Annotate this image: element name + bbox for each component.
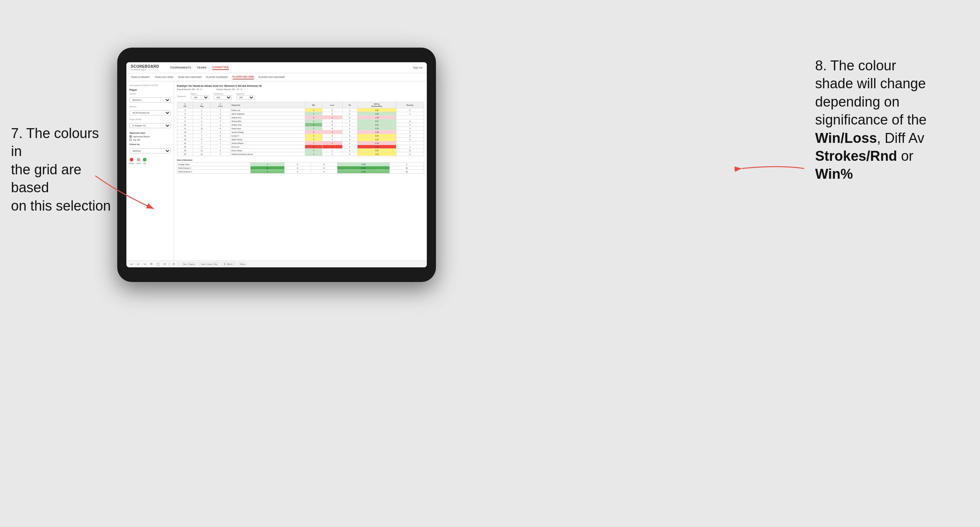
nav-sign-out[interactable]: Sign out	[413, 66, 422, 69]
table-row: 20	[177, 149, 193, 152]
table-row: 0	[342, 112, 357, 116]
table-row: -3.00	[357, 130, 396, 134]
conference-filter: Conference (All)	[213, 93, 232, 100]
logo-sub: Powered by clippd	[131, 68, 159, 71]
table-row: Sharon Mun	[230, 119, 305, 123]
radio-dot-opponents	[129, 135, 132, 138]
arrow-left	[92, 172, 165, 216]
colour-legend: Down Level Up	[129, 158, 171, 164]
sidebar: Last Updated: 27/03/2024 16:55:38 Player…	[126, 81, 174, 260]
list-item: 0	[311, 170, 337, 174]
view-original-label: View: Original	[183, 263, 195, 265]
table-row: 0	[342, 138, 357, 141]
radio-top100[interactable]: Top 100	[129, 138, 171, 141]
save-custom-label: Save Custom View	[201, 263, 218, 265]
undo2-icon[interactable]: ↩	[136, 262, 140, 266]
table-row: Heejo Hyun	[230, 127, 305, 130]
division-record: Division Record: 331 - 34 - 6	[216, 88, 242, 90]
table-row: 4	[396, 123, 424, 127]
region-filter: Region (All)	[191, 93, 209, 100]
conference-select[interactable]: (All)	[213, 95, 232, 100]
player-heading: Player	[129, 89, 171, 91]
opponent-filter: Opponent (All)	[236, 93, 255, 100]
redo-icon[interactable]: ↪	[143, 262, 147, 266]
refresh-icon[interactable]: ↺	[162, 262, 167, 266]
table-row: 3	[211, 123, 231, 127]
table-row: 1	[305, 108, 322, 112]
nav-tournaments[interactable]: TOURNAMENTS	[170, 65, 191, 70]
table-row: 1	[322, 138, 342, 141]
table-row: 3	[177, 108, 193, 112]
view-original-button[interactable]: View: Original	[181, 262, 197, 266]
legend-dot-up	[143, 158, 146, 162]
table-row: 3	[396, 127, 424, 130]
region-select[interactable]: (All)	[191, 95, 209, 100]
legend-up: Up	[143, 158, 146, 164]
list-item: 1	[251, 163, 285, 166]
legend-down: Down	[129, 158, 134, 164]
table-row: 1	[305, 112, 322, 116]
list-item: 15	[251, 166, 285, 170]
table-row: 0	[322, 127, 342, 130]
table-row: 7	[211, 152, 231, 156]
watch-button[interactable]: 👁 Watch ▾	[222, 262, 235, 266]
list-item: 4.500	[337, 163, 390, 166]
table-row: 2	[322, 134, 342, 138]
annotation-right: 8. The colour shade will change dependin…	[815, 57, 969, 184]
sec-nav-player-h2h-heatmap[interactable]: PLAYER H2H HEATMAP	[258, 75, 285, 79]
list-item: 2	[390, 163, 424, 166]
table-row: 14	[177, 134, 193, 138]
list-item: 0	[311, 166, 337, 170]
colour-by-select[interactable]: Win/loss	[129, 148, 171, 154]
table-row: 16	[177, 141, 193, 145]
table-row: 6	[396, 152, 424, 156]
table-row: 4.00	[357, 112, 396, 116]
table-row: 3	[211, 116, 231, 119]
table-row: Sydney Kuo	[230, 116, 305, 119]
share-button[interactable]: Share	[238, 262, 247, 266]
table-row: 5	[177, 112, 193, 116]
table-row: 0	[305, 145, 322, 149]
list-item: 9.267	[337, 166, 390, 170]
table-row: 3	[396, 119, 424, 123]
opponent-select[interactable]: (All)	[236, 95, 255, 100]
radio-opponents-played[interactable]: Opponents Played	[129, 135, 171, 138]
table-row: 2	[305, 123, 322, 127]
table-row: 15	[177, 138, 193, 141]
table-row: 5	[211, 138, 231, 141]
paste-icon[interactable]: 📋	[156, 262, 160, 266]
table-row: 1	[305, 127, 322, 130]
table-row: 0	[305, 130, 322, 134]
clock-icon[interactable]: ⏱	[172, 262, 176, 266]
table-row: 0	[322, 112, 342, 116]
sec-nav-team-h2h-grid[interactable]: TEAM H2H GRID	[154, 75, 173, 79]
player-rank-select[interactable]: 8. Katelyn Vo	[129, 123, 171, 128]
colour-by-label: Colour by	[129, 143, 171, 145]
table-row: 1	[322, 116, 342, 119]
list-item: 0	[284, 163, 311, 166]
table-row: 0	[342, 127, 357, 130]
sec-nav-team-summary[interactable]: TEAM SUMMARY	[131, 75, 150, 79]
save-custom-button[interactable]: Save Custom View	[199, 262, 220, 266]
main-content: Last Updated: 27/03/2024 16:55:38 Player…	[126, 81, 427, 260]
division-select[interactable]: NCAA Division III	[129, 110, 171, 115]
sec-nav-team-h2h-heatmap[interactable]: TEAM H2H HEATMAP	[178, 75, 202, 79]
table-row: 0	[305, 116, 322, 119]
nav-items: TOURNAMENTS TEAMS COMMITTEE	[170, 65, 229, 70]
list-item: 0	[284, 170, 311, 174]
table-row: 0	[342, 149, 357, 152]
tablet-frame: SCOREBOARD Powered by clippd TOURNAMENTS…	[117, 48, 436, 282]
table-row: 0	[322, 123, 342, 127]
table-row: 2	[211, 145, 231, 149]
table-row: 2	[305, 134, 322, 138]
sec-nav-player-h2h-grid[interactable]: PLAYER H2H GRID	[232, 75, 254, 79]
table-row: 2	[211, 112, 231, 116]
copy-icon[interactable]: ⧉	[149, 262, 153, 266]
table-row: 2	[396, 130, 424, 134]
col-reg: #Reg	[193, 102, 211, 108]
nav-teams[interactable]: TEAMS	[197, 65, 207, 70]
nav-committee[interactable]: COMMITTEE	[213, 65, 229, 70]
gender-select[interactable]: Women's	[129, 97, 171, 103]
undo-icon[interactable]: ↩	[129, 262, 134, 266]
sec-nav-player-summary[interactable]: PLAYER SUMMARY	[206, 75, 228, 79]
